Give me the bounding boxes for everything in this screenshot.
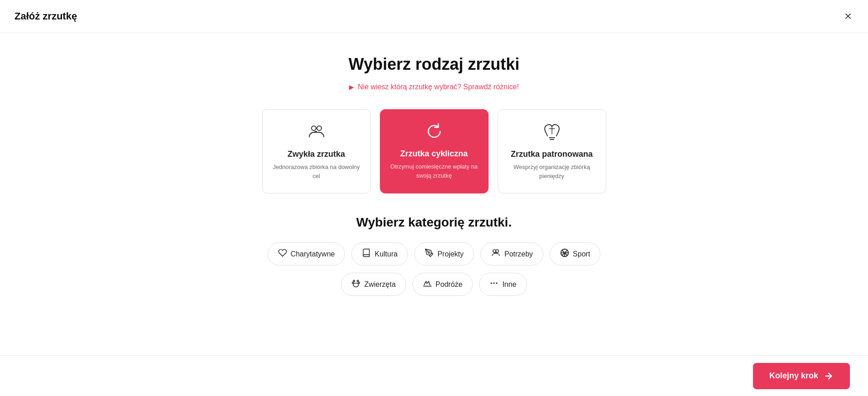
type-cards-container: Zwykła zrzutka Jednorazowa zbiórka na do… [262, 109, 606, 193]
play-icon: ▶ [349, 83, 354, 91]
more-icon [489, 279, 499, 290]
svg-point-7 [357, 280, 359, 281]
type-card-cykliczna-desc: Otrzymuj comiesięczne wpłaty na swoją zr… [389, 162, 479, 180]
category-kultura[interactable]: Kultura [351, 242, 408, 266]
brush-icon [425, 248, 434, 260]
page-title: Załóż zrzutkę [14, 10, 77, 22]
cycle-icon [426, 123, 443, 144]
category-zwierzeta[interactable]: Zwierzęta [341, 273, 406, 296]
category-projekty-label: Projekty [437, 250, 464, 258]
category-sport-label: Sport [573, 250, 590, 258]
type-card-zwykla-desc: Jednorazowa zbiórka na dowolny cel [272, 163, 361, 180]
category-kultura-label: Kultura [374, 250, 398, 258]
svg-point-0 [312, 126, 316, 130]
category-inne[interactable]: Inne [479, 273, 527, 296]
category-charytatywne-label: Charytatywne [291, 250, 335, 258]
svg-point-10 [491, 282, 492, 284]
patron-icon [543, 122, 561, 144]
type-card-zwykla-title: Zwykła zrzutka [288, 150, 345, 159]
type-card-patronowana-title: Zrzutka patronowana [511, 150, 593, 159]
category-inne-label: Inne [502, 280, 516, 289]
type-card-patronowana[interactable]: Zrzutka patronowana Wesprzyj organizację… [498, 109, 606, 193]
paw-icon [351, 279, 360, 290]
next-button-label: Kolejny krok [769, 371, 818, 381]
footer: Kolejny krok [0, 355, 868, 396]
category-projekty[interactable]: Projekty [414, 242, 474, 266]
category-potrzeby[interactable]: Potrzeby [480, 242, 543, 266]
hands-icon [491, 248, 501, 260]
category-podroze-label: Podróże [436, 280, 463, 289]
type-card-patronowana-desc: Wesprzyj organizację zbiórką pieniędzy [507, 163, 597, 180]
category-charytatywne[interactable]: Charytatywne [268, 242, 345, 266]
heart-icon [278, 248, 287, 260]
header: Załóż zrzutkę × [0, 0, 868, 33]
svg-point-11 [494, 282, 495, 284]
sport-icon [560, 248, 569, 260]
category-potrzeby-label: Potrzeby [504, 250, 533, 258]
info-link-text: Nie wiesz którą zrzutkę wybrać? Sprawdź … [358, 83, 519, 91]
type-card-cykliczna[interactable]: Zrzutka cykliczna Otrzymuj comiesięczne … [380, 109, 489, 193]
category-row-2: Zwierzęta Podróże Inne [341, 273, 527, 296]
svg-point-12 [496, 282, 498, 284]
category-podroze[interactable]: Podróże [412, 273, 473, 296]
arrow-right-icon [824, 371, 834, 381]
next-button[interactable]: Kolejny krok [753, 363, 850, 389]
category-zwierzeta-label: Zwierzęta [364, 280, 395, 289]
travel-icon [423, 279, 432, 290]
section2-title: Wybierz kategorię zrzutki. [356, 215, 512, 230]
svg-point-6 [354, 280, 355, 281]
svg-point-2 [428, 252, 430, 253]
close-button[interactable]: × [843, 8, 854, 24]
category-row-1: Charytatywne Kultura Projekty [268, 242, 601, 266]
svg-point-1 [317, 126, 321, 130]
book-icon [362, 248, 371, 260]
type-card-cykliczna-title: Zrzutka cykliczna [400, 149, 468, 159]
people-icon [307, 122, 326, 144]
type-card-zwykla[interactable]: Zwykła zrzutka Jednorazowa zbiórka na do… [262, 109, 371, 193]
category-sport[interactable]: Sport [550, 242, 600, 266]
section1-title: Wybierz rodzaj zrzutki [349, 55, 519, 74]
info-link[interactable]: ▶ Nie wiesz którą zrzutkę wybrać? Sprawd… [349, 83, 519, 91]
main-content: Wybierz rodzaj zrzutki ▶ Nie wiesz którą… [0, 33, 868, 318]
